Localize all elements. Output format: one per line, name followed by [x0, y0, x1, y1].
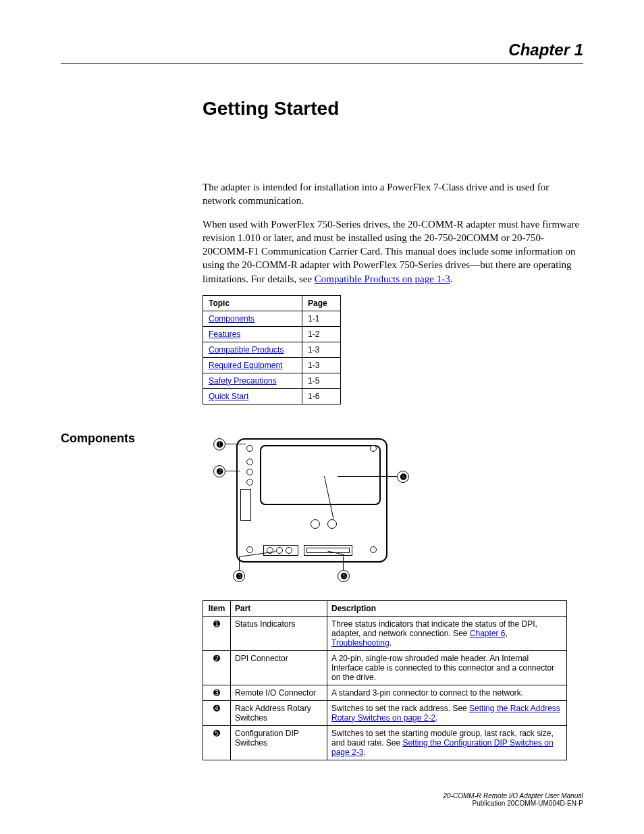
comp-item: ➍ — [203, 700, 231, 725]
components-body: ➊ ➋ ➌ ➍ ➎ — [203, 432, 567, 760]
footer-publication: Publication 20COMM-UM004D-EN-P — [444, 800, 583, 807]
topic-page: 1-3 — [302, 357, 341, 373]
comp-row: ➎ Configuration DIP Switches Switches to… — [203, 725, 567, 760]
chapter-label: Chapter 1 — [61, 41, 583, 59]
comp-part: Remote I/O Connector — [231, 685, 327, 700]
topic-row: Safety Precautions 1-5 — [203, 373, 341, 388]
topic-row: Components 1-1 — [203, 311, 341, 326]
components-table: Item Part Description ➊ Status Indicator… — [203, 600, 567, 760]
chapter-6-link[interactable]: Chapter 6 — [470, 629, 506, 638]
comp-desc-text: Switches to set the rack address. See — [331, 704, 469, 713]
comp-item: ➌ — [203, 685, 231, 700]
comp-row: ➍ Rack Address Rotary Switches Switches … — [203, 700, 567, 725]
para2-text-b: . — [450, 273, 453, 284]
comp-desc-tail: . — [390, 638, 392, 648]
header-rule — [61, 63, 583, 64]
callout-3: ➌ — [233, 570, 245, 582]
rotary-switch-icon — [327, 519, 337, 529]
topic-link-components[interactable]: Components — [209, 314, 254, 323]
comp-desc: A 20-pin, single-row shrouded male heade… — [327, 650, 567, 685]
comp-desc: Switches to set the starting module grou… — [327, 725, 567, 760]
comp-row: ➌ Remote I/O Connector A standard 3-pin … — [203, 685, 567, 700]
topic-link-features[interactable]: Features — [209, 330, 240, 339]
content-column: Getting Started The adapter is intended … — [203, 98, 583, 405]
footer-manual-title: 20-COMM-R Remote I/O Adapter User Manual — [444, 792, 583, 800]
topic-page: 1-5 — [302, 373, 341, 388]
document-page: Chapter 1 Getting Started The adapter is… — [0, 0, 644, 834]
topic-row: Required Equipment 1-3 — [203, 357, 341, 373]
adapter-lid-icon — [260, 445, 381, 505]
leader-line — [239, 556, 240, 570]
leader-line — [338, 476, 397, 477]
comp-desc-tail: . — [435, 713, 437, 723]
page-title: Getting Started — [203, 98, 583, 120]
dpi-connector-icon — [240, 489, 251, 521]
remote-io-connector-icon — [263, 545, 298, 556]
screw-icon — [370, 445, 377, 452]
intro-paragraph-2: When used with PowerFlex 750-Series driv… — [203, 217, 583, 286]
topic-link-quick-start[interactable]: Quick Start — [209, 392, 248, 401]
page-footer: 20-COMM-R Remote I/O Adapter User Manual… — [444, 792, 583, 807]
screw-icon — [370, 546, 377, 553]
leader-line — [343, 556, 344, 570]
comp-row: ➋ DPI Connector A 20-pin, single-row shr… — [203, 650, 567, 685]
topic-row: Quick Start 1-6 — [203, 388, 341, 404]
topic-row: Compatible Products 1-3 — [203, 342, 341, 357]
rotary-switch-icon — [311, 519, 320, 529]
callout-4: ➍ — [397, 471, 409, 483]
dip-switch-icon — [304, 545, 352, 556]
status-led-icon — [246, 479, 253, 486]
topic-table: Topic Page Components 1-1 Features 1-2 C… — [203, 295, 341, 405]
comp-item: ➋ — [203, 650, 231, 685]
leader-line — [225, 444, 246, 444]
comp-part: Status Indicators — [231, 616, 327, 650]
topic-link-safety-precautions[interactable]: Safety Precautions — [209, 376, 277, 386]
troubleshooting-link[interactable]: Troubleshooting — [331, 638, 390, 648]
comp-desc: A standard 3-pin connector to connect to… — [327, 685, 567, 700]
page-header: Page — [302, 295, 341, 311]
callout-2: ➋ — [213, 465, 225, 477]
topic-page: 1-1 — [302, 311, 341, 326]
leader-line — [225, 471, 240, 471]
comp-desc: Switches to set the rack address. See Se… — [327, 700, 567, 725]
comp-item: ➊ — [203, 616, 231, 650]
comp-desc-sep: , — [506, 629, 508, 638]
topic-page: 1-6 — [302, 388, 341, 404]
topic-row: Features 1-2 — [203, 326, 341, 342]
comp-desc: Three status indicators that indicate th… — [327, 616, 567, 650]
comp-item: ➎ — [203, 725, 231, 760]
comp-head-item: Item — [203, 600, 231, 616]
callout-1: ➊ — [213, 438, 225, 450]
comp-part: Rack Address Rotary Switches — [231, 700, 327, 725]
compatible-products-link[interactable]: Compatible Products on page 1-3 — [315, 273, 450, 284]
topic-page: 1-3 — [302, 342, 341, 357]
topic-page: 1-2 — [302, 326, 341, 342]
components-section: Components — [61, 432, 583, 760]
status-led-icon — [246, 459, 253, 465]
comp-desc-tail: . — [363, 748, 365, 757]
screw-icon — [246, 445, 253, 452]
screw-icon — [246, 546, 253, 553]
topic-link-compatible-products[interactable]: Compatible Products — [209, 345, 284, 355]
comp-head-part: Part — [231, 600, 327, 616]
comp-row: ➊ Status Indicators Three status indicat… — [203, 616, 567, 650]
intro-paragraph-1: The adapter is intended for installation… — [203, 180, 583, 208]
callout-5: ➎ — [338, 570, 350, 582]
comp-head-desc: Description — [327, 600, 567, 616]
comp-part: DPI Connector — [231, 650, 327, 685]
topic-header: Topic — [203, 295, 302, 311]
status-led-icon — [246, 469, 253, 475]
topic-link-required-equipment[interactable]: Required Equipment — [209, 361, 282, 370]
components-heading: Components — [61, 432, 203, 760]
components-diagram: ➊ ➋ ➌ ➍ ➎ — [209, 432, 412, 587]
comp-part: Configuration DIP Switches — [231, 725, 327, 760]
